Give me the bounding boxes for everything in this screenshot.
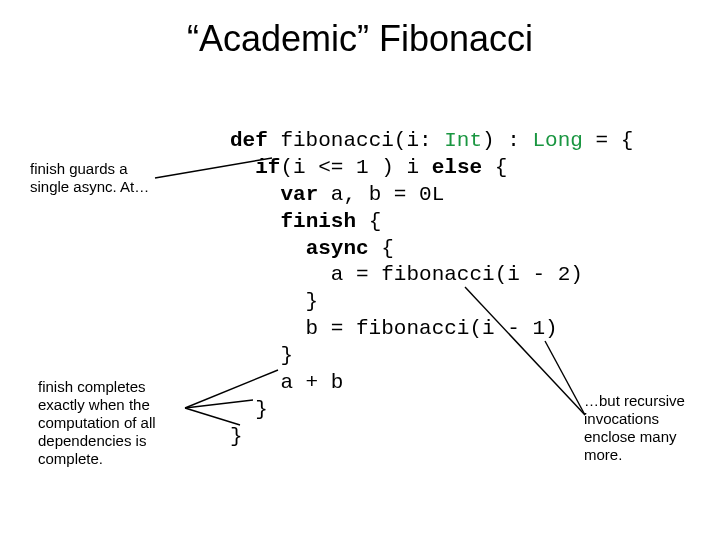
text: exactly when the [38, 396, 150, 413]
code-text: (i <= 1 ) i [280, 156, 431, 179]
text: computation of all [38, 414, 156, 431]
code-text: { [369, 237, 394, 260]
code-text: } [230, 344, 293, 367]
text: finish guards a [30, 160, 128, 177]
code-text: a + b [230, 371, 343, 394]
code-text: a, b = 0L [318, 183, 444, 206]
kw-if: if [255, 156, 280, 179]
code-text: ) : [482, 129, 532, 152]
text: dependencies is [38, 432, 146, 449]
code-text: } [230, 290, 318, 313]
text: single async. At… [30, 178, 149, 195]
code-text: a = fibonacci(i - 2) [230, 263, 583, 286]
type-long: Long [532, 129, 582, 152]
code-text: b = fibonacci(i - 1) [230, 317, 558, 340]
code-text: } [230, 425, 243, 448]
code-text [230, 183, 280, 206]
slide-title: “Academic” Fibonacci [0, 0, 720, 60]
kw-var: var [280, 183, 318, 206]
text: finish completes [38, 378, 146, 395]
code-text: { [482, 156, 507, 179]
kw-finish: finish [280, 210, 356, 233]
text: complete. [38, 450, 103, 467]
kw-def: def [230, 129, 268, 152]
code-text: fibonacci(i: [268, 129, 444, 152]
type-int: Int [444, 129, 482, 152]
code-text: = { [583, 129, 633, 152]
kw-else: else [432, 156, 482, 179]
annotation-finish-completes: finish completes exactly when the comput… [38, 378, 188, 468]
code-text: { [356, 210, 381, 233]
code-block: def fibonacci(i: Int) : Long = { if(i <=… [230, 128, 633, 451]
code-text [230, 237, 306, 260]
code-text [230, 156, 255, 179]
code-text: } [230, 398, 268, 421]
code-text [230, 210, 280, 233]
annotation-finish-guard: finish guards a single async. At… [30, 160, 170, 196]
kw-async: async [306, 237, 369, 260]
